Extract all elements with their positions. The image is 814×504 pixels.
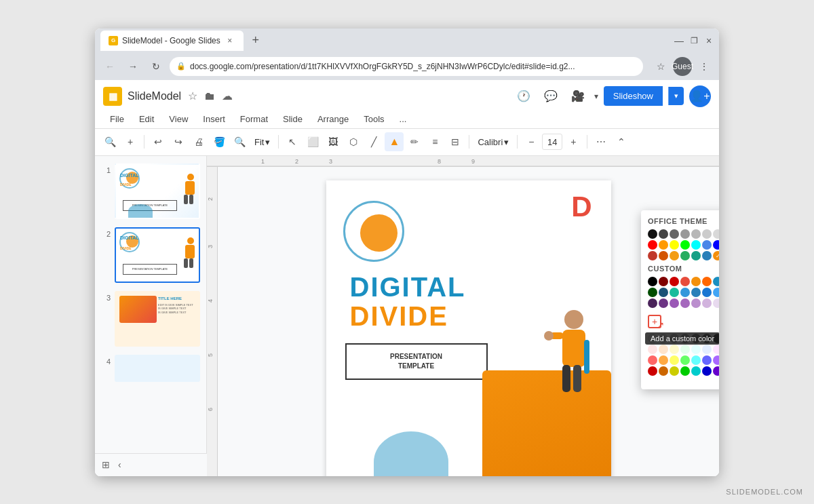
sw-g-33[interactable]: [680, 366, 690, 376]
select-btn[interactable]: ↖: [283, 132, 302, 151]
sw-g-20[interactable]: [648, 355, 657, 365]
sw-c-6[interactable]: [713, 277, 719, 286]
meet-btn[interactable]: 🎥: [567, 85, 589, 107]
sw-c-24[interactable]: [691, 298, 701, 308]
swatch-o-25[interactable]: [702, 251, 712, 260]
address-bar[interactable]: 🔒 docs.google.com/presentation/d/1tt7KHl…: [170, 57, 643, 76]
slide-preview-4[interactable]: [115, 355, 200, 382]
sw-g-12[interactable]: [670, 345, 679, 354]
sw-g-24[interactable]: [691, 355, 701, 365]
sw-c-26[interactable]: [713, 298, 719, 308]
menu-tools[interactable]: Tools: [357, 111, 391, 127]
zoom-out-btn[interactable]: 🔍: [100, 132, 119, 151]
swatch-o-16[interactable]: [713, 240, 719, 250]
sw-g-35[interactable]: [702, 366, 712, 376]
share-btn[interactable]: 👤+: [689, 85, 711, 107]
font-select[interactable]: Calibri ▾: [473, 135, 513, 149]
pen-btn[interactable]: ✏: [405, 132, 424, 151]
swatch-o-13[interactable]: [680, 240, 690, 250]
font-plus-btn[interactable]: +: [564, 132, 583, 151]
new-tab-btn[interactable]: +: [246, 31, 265, 50]
sw-g-26[interactable]: [713, 355, 719, 365]
collapse-toolbar-btn[interactable]: ⌃: [612, 132, 631, 151]
slide-preview-2[interactable]: DIGITAL DIVIDE PRESENTATION TEMPLATE: [115, 227, 200, 283]
color-btn[interactable]: ▲: [385, 132, 404, 151]
forward-btn[interactable]: →: [123, 57, 142, 76]
menu-file[interactable]: File: [103, 111, 131, 127]
swatch-o-21[interactable]: [659, 251, 668, 260]
template-box[interactable]: PRESENTATIONTEMPLATE: [345, 343, 488, 380]
swatch-o-22[interactable]: [670, 251, 679, 260]
sw-g-15[interactable]: [702, 345, 712, 354]
image-btn[interactable]: 🖼: [324, 132, 343, 151]
swatch-o-14[interactable]: [691, 240, 701, 250]
align2-btn[interactable]: ⊟: [446, 132, 465, 151]
add-custom-color-btn[interactable]: + ↗ Add a custom color: [648, 315, 661, 328]
sw-c-0[interactable]: [648, 277, 657, 286]
sw-g-14[interactable]: [691, 345, 701, 354]
star-btn[interactable]: ☆: [187, 88, 199, 104]
zoom-level-select[interactable]: Fit ▾: [250, 135, 274, 149]
active-tab[interactable]: G SlideModel - Google Slides ×: [100, 31, 244, 51]
swatch-o-4[interactable]: [691, 229, 701, 239]
swatch-o-10[interactable]: [648, 240, 657, 250]
sw-c-11[interactable]: [659, 288, 668, 297]
font-size-input[interactable]: [542, 134, 562, 150]
sw-g-25[interactable]: [702, 355, 712, 365]
paint-format-btn[interactable]: 🪣: [210, 132, 229, 151]
menu-more[interactable]: ...: [393, 111, 414, 127]
more-options-toolbar-btn[interactable]: ⋯: [592, 132, 610, 151]
slide-thumb-4[interactable]: 4: [99, 353, 202, 384]
slide-thumb-1[interactable]: 1 DIGITAL DIVIDE PRESENTATION TEMPLATE: [99, 161, 202, 221]
comments-btn[interactable]: 💬: [540, 85, 562, 107]
grid-view-btn[interactable]: ⊞: [102, 459, 110, 470]
menu-slide[interactable]: Slide: [276, 111, 309, 127]
sw-c-5[interactable]: [702, 277, 712, 286]
swatch-o-15[interactable]: [702, 240, 712, 250]
back-btn[interactable]: ←: [100, 57, 119, 76]
slide-preview-3[interactable]: TITLE HERE EDIT IS GIVE SIMPLE TEXTIS GI…: [115, 291, 200, 347]
line-btn[interactable]: ╱: [364, 132, 383, 151]
sw-g-16[interactable]: [713, 345, 719, 354]
menu-arrange[interactable]: Arrange: [311, 111, 355, 127]
sw-g-23[interactable]: [680, 355, 690, 365]
swatch-o-6[interactable]: [713, 229, 719, 239]
select-all-btn[interactable]: ⬜: [303, 132, 322, 151]
swatch-o-11[interactable]: [659, 240, 668, 250]
swatch-o-23[interactable]: [680, 251, 690, 260]
sw-c-2[interactable]: [670, 277, 679, 286]
sw-c-1[interactable]: [659, 277, 668, 286]
sw-g-31[interactable]: [659, 366, 668, 376]
slideshow-btn[interactable]: Slideshow: [604, 86, 663, 106]
sw-c-25[interactable]: [702, 298, 712, 308]
swatch-o-3[interactable]: [680, 229, 690, 239]
swatch-o-26-checked[interactable]: [713, 251, 719, 260]
menu-edit[interactable]: Edit: [132, 111, 161, 127]
window-maximize-btn[interactable]: ❐: [689, 36, 699, 45]
print-btn[interactable]: 🖨: [189, 132, 208, 151]
refresh-btn[interactable]: ↻: [147, 57, 166, 76]
swatch-o-12[interactable]: [670, 240, 679, 250]
sw-g-30[interactable]: [648, 366, 657, 376]
meet-dropdown[interactable]: ▾: [594, 92, 598, 101]
align-btn[interactable]: ≡: [425, 132, 444, 151]
sw-c-20[interactable]: [648, 298, 657, 308]
slideshow-dropdown-btn[interactable]: ▾: [668, 87, 684, 105]
sw-g-10[interactable]: [648, 345, 657, 354]
swatch-o-5[interactable]: [702, 229, 712, 239]
slide-canvas[interactable]: DIGITAL DIVIDE PRESENTATIONTEMPLATE: [326, 180, 611, 476]
swatch-o-1[interactable]: [659, 229, 668, 239]
swatch-o-20[interactable]: [648, 251, 657, 260]
slide-preview-1[interactable]: DIGITAL DIVIDE PRESENTATION TEMPLATE: [115, 163, 200, 219]
sw-c-21[interactable]: [659, 298, 668, 308]
sw-g-22[interactable]: [670, 355, 679, 365]
sw-c-15[interactable]: [702, 288, 712, 297]
menu-format[interactable]: Format: [233, 111, 275, 127]
sw-g-34[interactable]: [691, 366, 701, 376]
shape-btn[interactable]: ⬡: [344, 132, 363, 151]
sw-c-23[interactable]: [680, 298, 690, 308]
tab-close-btn[interactable]: ×: [225, 35, 235, 46]
swatch-o-2[interactable]: [670, 229, 679, 239]
swatch-o-24[interactable]: [691, 251, 701, 260]
history-btn[interactable]: 🕐: [513, 85, 535, 107]
